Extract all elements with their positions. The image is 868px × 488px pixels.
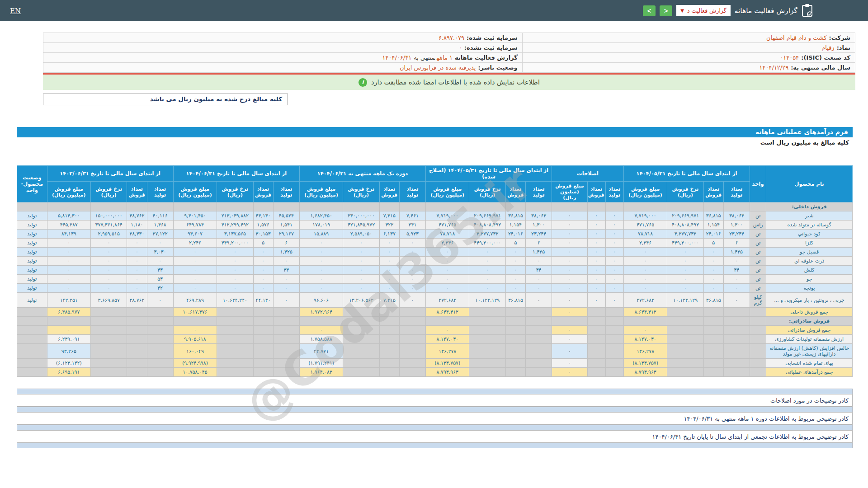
table-cell	[147, 326, 173, 335]
value-cell: ۴۱۲,۲۹۹,۴۹۲	[217, 221, 253, 230]
value-cell: ۰	[217, 284, 253, 293]
value-cell: ۰	[587, 275, 605, 284]
table-cell	[469, 317, 505, 326]
language-toggle-en[interactable]: EN	[10, 7, 21, 15]
product-row: قصیل جوتن۱,۴۲۵۰۰۰۰۰۰۱,۴۲۵۰۰۰۰۰۰۰۱,۴۲۵۰۰۰…	[17, 248, 853, 257]
table-cell	[253, 202, 273, 211]
column-group-header: دوره یک ماهه منتهی به ۱۴۰۴/۰۶/۳۱	[299, 166, 425, 182]
info-row: شرکت:کشت و دام قیام اصفهانسرمایه ثبت شده…	[43, 33, 855, 43]
subheader-amount: مبلغ فروش (میلیون ریال)	[173, 182, 217, 202]
table-cell	[605, 368, 623, 377]
info-value: ۱ ماهه	[437, 54, 453, 61]
table-cell	[723, 359, 750, 368]
column-header-unit: واحد	[750, 166, 766, 202]
value-cell: ۰	[173, 284, 217, 293]
table-cell	[587, 326, 605, 335]
info-label: نماد:	[837, 44, 850, 51]
value-cell: ۲,۵۸۹,۰۵۰	[343, 230, 379, 239]
value-cell: ۰	[469, 248, 505, 257]
value-cell: ۰	[703, 266, 723, 275]
summary-amount: ۱,۹۷۲,۹۶۴	[299, 308, 343, 317]
table-cell	[127, 359, 147, 368]
product-unit: راس	[750, 221, 766, 230]
report-dropdown-label: گزارش فعالیت د	[687, 7, 726, 14]
table-cell	[469, 368, 505, 377]
table-cell	[587, 202, 605, 211]
value-cell: ۰	[299, 248, 343, 257]
value-cell: ۴۰۸,۸۰۸,۴۹۲	[667, 221, 703, 230]
summary-amount: ۱,۷۵۸,۵۸۸	[299, 335, 343, 344]
value-cell: ۵	[703, 239, 723, 248]
value-cell: ۰	[605, 230, 623, 239]
value-cell: ۱,۶۸۲,۴۵۰	[299, 211, 343, 221]
table-cell	[469, 326, 505, 335]
value-cell: ۰	[273, 284, 299, 293]
subheader-rate: نرخ فروش (ریال)	[217, 182, 253, 202]
table-cell	[253, 317, 273, 326]
value-cell: ۰	[505, 257, 525, 266]
product-name: کود حیواني	[766, 230, 853, 239]
table-cell	[703, 368, 723, 377]
value-cell: ۱۴۲,۲۵۱	[47, 293, 90, 308]
value-cell: ۲۰۹,۶۶۹,۹۷۱	[469, 211, 505, 221]
signature-match-notice: i اطلاعات نمایش داده شده با اطلاعات امضا…	[43, 75, 855, 90]
table-cell	[217, 335, 253, 344]
value-cell: ۰	[379, 239, 399, 248]
product-unit: تن	[750, 239, 766, 248]
table-cell	[703, 335, 723, 344]
value-cell: ۰	[587, 248, 605, 257]
table-cell	[217, 308, 253, 317]
value-cell: ۰	[253, 275, 273, 284]
value-cell: ۰	[399, 275, 425, 284]
value-cell: ۰	[587, 211, 605, 221]
value-cell: ۰	[623, 266, 667, 275]
product-unit: تن	[750, 248, 766, 257]
table-cell	[17, 335, 47, 344]
summary-amount: (۸,۱۳۳,۷۵۷)	[426, 359, 469, 368]
column-group-header: از ابتدای سال مالی تا تاریخ ۱۴۰۴/۰۵/۳۱	[623, 166, 750, 182]
value-cell: ۱,۳۰۰	[723, 221, 750, 230]
table-cell	[399, 344, 425, 359]
info-cell: سرمایه ثبت شده:۶,۸۹۷,۰۷۹	[43, 33, 523, 43]
value-cell: ۰	[91, 266, 127, 275]
product-status: تولید	[17, 275, 47, 284]
value-cell: ۰	[127, 275, 147, 284]
table-cell	[343, 359, 379, 368]
value-cell: ۰	[552, 248, 587, 257]
value-cell: ۰	[505, 266, 525, 275]
product-unit: تن	[750, 230, 766, 239]
info-value: ۰	[459, 44, 462, 51]
value-cell: ۰	[723, 257, 750, 266]
value-cell: ۱,۴۲۵	[525, 248, 552, 257]
product-row: یونجهتن۰۰۰۰۰۰۰۰۰۰۰۰۰۰۰۰۰۰۰۴۲۰۰۰تولید	[17, 284, 853, 293]
table-cell	[17, 317, 47, 326]
value-cell: ۱۰,۱۲۳,۱۲۹	[667, 293, 703, 308]
value-cell: ۶	[525, 239, 552, 248]
value-cell: ۰	[399, 239, 425, 248]
info-row: کد صنعت (ISIC):۰۱۴۰۵۴گزارش فعالیت ماهانه…	[43, 53, 855, 63]
nav-next-button[interactable]: >	[660, 5, 672, 16]
value-cell: ۴۴۹,۲۰۰,۰۰۰	[469, 239, 505, 248]
report-type-dropdown[interactable]: گزارش فعالیت د ▼	[676, 5, 731, 16]
product-name: قصیل جو	[766, 248, 853, 257]
table-cell	[299, 202, 343, 211]
table-cell	[173, 202, 217, 211]
table-cell	[343, 317, 379, 326]
value-cell: ۲۱۳,۰۳۹,۸۸۲	[217, 211, 253, 221]
summary-amount: ۱۰,۶۱۷,۳۷۶	[173, 308, 217, 317]
value-cell: ۰	[91, 284, 127, 293]
value-cell: ۰	[343, 275, 379, 284]
info-value: ۱۴۰۴/۱۲/۲۹	[760, 64, 789, 71]
info-row: سال مالی منتهی به:۱۴۰۴/۱۲/۲۹وضعیت ناشر:پ…	[43, 63, 855, 73]
nav-prev-button[interactable]: <	[643, 5, 656, 16]
table-cell	[505, 359, 525, 368]
value-cell: ۱,۱۵۴	[505, 221, 525, 230]
table-cell	[91, 308, 127, 317]
table-cell	[505, 317, 525, 326]
monthly-revenue-table: نام محصولواحداز ابتدای سال مالی تا تاریخ…	[17, 165, 853, 377]
value-cell: ۲,۹۵۹,۵۱۵	[91, 230, 127, 239]
table-cell	[426, 317, 469, 326]
table-cell	[127, 326, 147, 335]
value-cell: ۰	[623, 284, 667, 293]
summary-amount: ۰	[299, 326, 343, 335]
